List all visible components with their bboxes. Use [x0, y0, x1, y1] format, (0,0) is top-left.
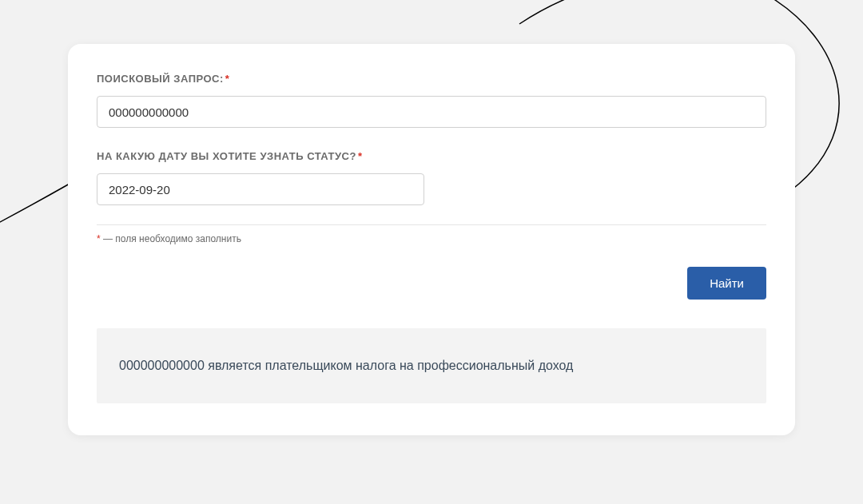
- required-hint-text: — поля необходимо заполнить: [101, 233, 241, 244]
- divider: [97, 224, 766, 225]
- search-form-card: ПОИСКОВЫЙ ЗАПРОС:* НА КАКУЮ ДАТУ ВЫ ХОТИ…: [68, 44, 795, 435]
- result-text: 000000000000 является плательщиком налог…: [119, 359, 744, 373]
- query-group: ПОИСКОВЫЙ ЗАПРОС:*: [97, 73, 766, 128]
- query-input[interactable]: [97, 96, 766, 128]
- query-label: ПОИСКОВЫЙ ЗАПРОС:*: [97, 73, 766, 85]
- date-group: НА КАКУЮ ДАТУ ВЫ ХОТИТЕ УЗНАТЬ СТАТУС?*: [97, 150, 766, 205]
- required-star-icon: *: [225, 73, 230, 85]
- required-star-icon: *: [358, 150, 363, 162]
- required-hint: * — поля необходимо заполнить: [97, 233, 766, 244]
- date-input[interactable]: [97, 173, 424, 205]
- date-label: НА КАКУЮ ДАТУ ВЫ ХОТИТЕ УЗНАТЬ СТАТУС?*: [97, 150, 766, 162]
- date-label-text: НА КАКУЮ ДАТУ ВЫ ХОТИТЕ УЗНАТЬ СТАТУС?: [97, 150, 356, 162]
- search-button[interactable]: Найти: [687, 267, 766, 300]
- button-row: Найти: [97, 267, 766, 300]
- query-label-text: ПОИСКОВЫЙ ЗАПРОС:: [97, 73, 224, 85]
- result-box: 000000000000 является плательщиком налог…: [97, 328, 766, 403]
